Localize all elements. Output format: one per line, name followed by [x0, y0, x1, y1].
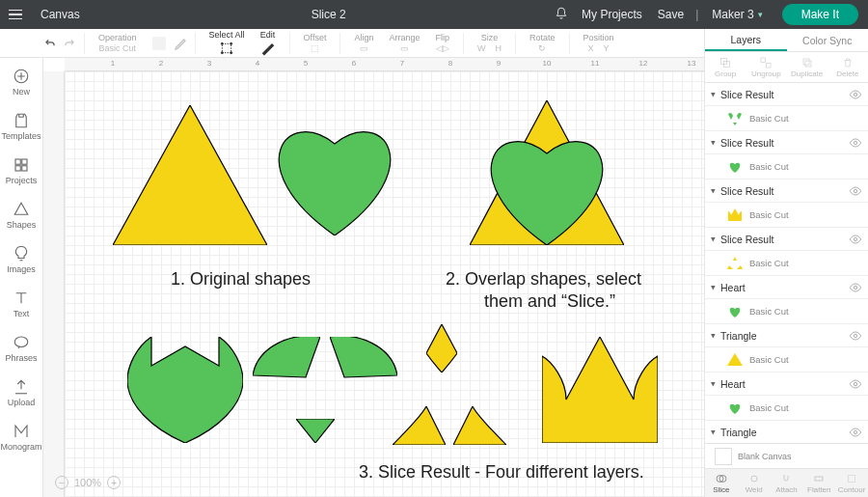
size-group[interactable]: SizeW H: [470, 33, 509, 53]
chevron-down-icon: ▾: [758, 10, 763, 19]
svg-rect-13: [761, 58, 766, 63]
pencil-icon[interactable]: [174, 36, 189, 51]
delete-button[interactable]: Delete: [827, 52, 868, 82]
brand-label: Canvas: [31, 8, 90, 21]
slice-piece-hex[interactable]: [542, 337, 658, 443]
rail-phrases[interactable]: Phrases: [0, 326, 42, 371]
zoom-control[interactable]: − 100% +: [55, 476, 121, 489]
rail-projects[interactable]: Projects: [0, 149, 42, 193]
tab-layers[interactable]: Layers: [705, 29, 787, 51]
rail-monogram[interactable]: Monogram: [0, 415, 42, 459]
layer-header[interactable]: ▸Heart: [705, 276, 868, 299]
slice-piece-4[interactable]: [296, 419, 335, 443]
rail-new[interactable]: New: [0, 60, 42, 104]
group-button[interactable]: Group: [705, 52, 746, 82]
bell-icon[interactable]: [549, 7, 574, 23]
layer-item[interactable]: Basic Cut: [705, 396, 868, 421]
foot-flatten[interactable]: Flatten: [802, 469, 835, 497]
svg-rect-28: [849, 475, 855, 482]
slice-piece-tri-top[interactable]: [426, 324, 457, 373]
canvas-stage[interactable]: 12345678910111213 1. Original shapes 2. …: [43, 58, 704, 497]
layer-header[interactable]: ▸Triangle: [705, 421, 868, 443]
menu-button[interactable]: [0, 10, 31, 20]
svg-point-18: [854, 141, 857, 145]
rail-images[interactable]: Images: [0, 237, 42, 282]
visibility-icon[interactable]: [849, 233, 862, 246]
position-group[interactable]: PositionX Y: [576, 33, 622, 53]
ungroup-button[interactable]: Ungroup: [746, 52, 786, 82]
color-swatch[interactable]: [152, 37, 166, 50]
layer-item[interactable]: Basic Cut: [705, 154, 868, 179]
arrange-button[interactable]: Arrange▭: [381, 33, 427, 53]
layer-header[interactable]: ▸Slice Result: [705, 179, 868, 203]
save-button[interactable]: Save: [650, 8, 692, 21]
machine-select[interactable]: Maker 3 ▾: [702, 8, 772, 21]
duplicate-button[interactable]: Duplicate: [787, 52, 827, 82]
canvas-grid[interactable]: 1. Original shapes 2. Overlap shapes, se…: [65, 71, 704, 497]
overlap-heart[interactable]: [479, 124, 614, 245]
rail-upload[interactable]: Upload: [0, 371, 42, 415]
tab-color-sync[interactable]: Color Sync: [787, 29, 869, 51]
visibility-icon[interactable]: [849, 136, 862, 150]
layer-item[interactable]: Basic Cut: [705, 106, 868, 131]
right-panel: Layers Color Sync Group Ungroup Duplicat…: [704, 29, 868, 497]
left-rail: New Templates Projects Shapes Images Tex…: [0, 58, 43, 497]
slice-piece-tri-right[interactable]: [453, 406, 506, 445]
layer-item[interactable]: Basic Cut: [705, 299, 868, 324]
layers-list[interactable]: ▸Slice ResultBasic Cut▸Slice ResultBasic…: [705, 83, 868, 443]
foot-attach[interactable]: Attach: [771, 469, 803, 497]
layer-header[interactable]: ▸Slice Result: [705, 131, 868, 154]
operation-group[interactable]: Operation Basic Cut: [91, 33, 145, 53]
svg-point-20: [854, 237, 857, 241]
select-all-button[interactable]: Select All: [202, 30, 253, 56]
rail-templates[interactable]: Templates: [0, 104, 42, 149]
svg-point-19: [854, 189, 857, 193]
layer-header[interactable]: ▸Slice Result: [705, 228, 868, 251]
svg-point-10: [14, 337, 28, 347]
make-it-button[interactable]: Make It: [782, 4, 858, 25]
rail-text[interactable]: Text: [0, 282, 42, 326]
foot-contour[interactable]: Contour: [835, 469, 868, 497]
layer-header[interactable]: ▸Slice Result: [705, 83, 868, 106]
visibility-icon[interactable]: [849, 426, 862, 439]
flip-button[interactable]: Flip◁▷: [427, 33, 457, 53]
foot-weld[interactable]: Weld: [738, 469, 771, 497]
svg-point-1: [221, 42, 223, 44]
edit-button[interactable]: Edit: [253, 30, 284, 56]
svg-point-4: [231, 52, 232, 54]
layer-item[interactable]: Basic Cut: [705, 347, 868, 373]
svg-point-23: [854, 382, 857, 386]
caption-1: 1. Original shapes: [171, 269, 311, 290]
visibility-icon[interactable]: [849, 88, 862, 101]
visibility-icon[interactable]: [849, 329, 862, 343]
slice-piece-3[interactable]: [330, 337, 397, 380]
visibility-icon[interactable]: [849, 377, 862, 391]
svg-rect-27: [815, 477, 823, 481]
offset-button[interactable]: Offset⬚: [296, 33, 335, 53]
slice-piece-tri-left[interactable]: [393, 406, 446, 445]
align-button[interactable]: Align▭: [346, 33, 381, 53]
caption-3: 3. Slice Result - Four different layers.: [359, 462, 644, 483]
blank-canvas-row[interactable]: Blank Canvas: [705, 443, 868, 468]
visibility-icon[interactable]: [849, 184, 862, 198]
project-title: Slice 2: [312, 8, 346, 21]
svg-rect-9: [22, 166, 27, 171]
rail-shapes[interactable]: Shapes: [0, 193, 42, 237]
zoom-out-button[interactable]: −: [55, 476, 68, 489]
rotate-group[interactable]: Rotate↻: [522, 33, 563, 53]
my-projects-link[interactable]: My Projects: [574, 8, 650, 21]
slice-piece-2[interactable]: [253, 337, 320, 380]
undo-redo[interactable]: [43, 37, 78, 50]
visibility-icon[interactable]: [849, 281, 862, 294]
layer-header[interactable]: ▸Heart: [705, 373, 868, 396]
svg-point-22: [854, 334, 857, 338]
foot-slice[interactable]: Slice: [705, 469, 738, 497]
zoom-in-button[interactable]: +: [107, 476, 121, 489]
layer-item[interactable]: Basic Cut: [705, 251, 868, 276]
heart-shape[interactable]: [267, 115, 402, 235]
slice-piece-1[interactable]: [127, 337, 243, 443]
triangle-shape[interactable]: [113, 105, 267, 245]
layer-header[interactable]: ▸Triangle: [705, 324, 868, 347]
svg-rect-8: [15, 166, 20, 171]
layer-item[interactable]: Basic Cut: [705, 203, 868, 228]
